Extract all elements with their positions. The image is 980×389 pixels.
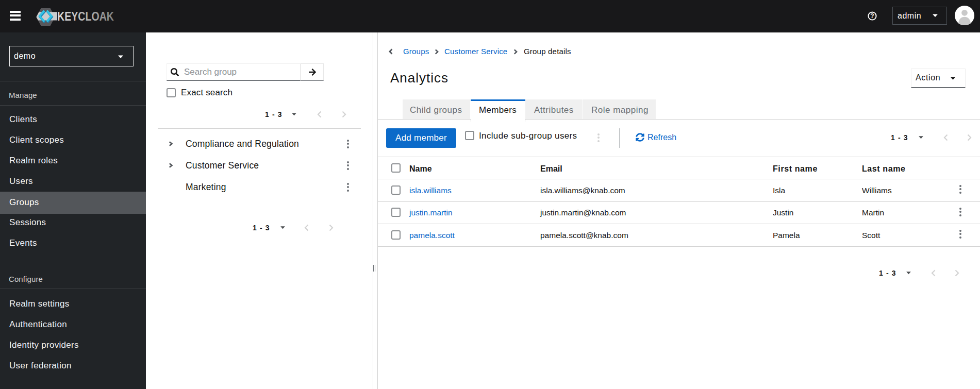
svg-text:?: ? [870, 12, 874, 20]
svg-text:KEYCLOAK: KEYCLOAK [57, 10, 114, 23]
